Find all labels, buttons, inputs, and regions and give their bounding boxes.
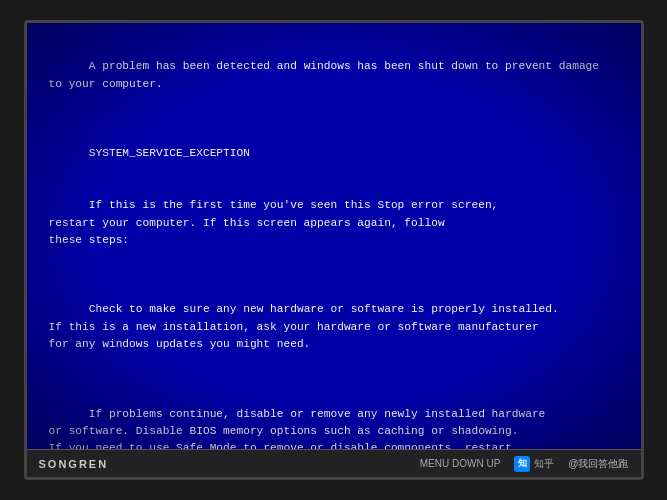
menu-label: MENU DOWN UP xyxy=(420,458,501,469)
monitor-frame: A problem has been detected and windows … xyxy=(24,20,644,480)
brand-label: SONGREN xyxy=(39,458,109,470)
bsod-line1: A problem has been detected and windows … xyxy=(49,60,600,89)
bsod-line5: If problems continue, disable or remove … xyxy=(49,408,546,449)
bsod-line3: If this is the first time you've seen th… xyxy=(49,199,499,246)
bsod-content: A problem has been detected and windows … xyxy=(49,41,619,449)
zhihu-icon: 知 xyxy=(514,456,530,472)
platform-label: 知乎 xyxy=(534,457,554,471)
bottom-right-info: MENU DOWN UP 知 知乎 @我回答他跑 xyxy=(420,456,629,472)
zhihu-badge: 知 知乎 xyxy=(514,456,554,472)
bsod-screen: A problem has been detected and windows … xyxy=(27,23,641,449)
monitor-bottom-bar: SONGREN MENU DOWN UP 知 知乎 @我回答他跑 xyxy=(27,449,641,477)
user-tag: @我回答他跑 xyxy=(568,457,628,471)
bsod-line4: Check to make sure any new hardware or s… xyxy=(49,303,559,350)
bsod-line2: SYSTEM_SERVICE_EXCEPTION xyxy=(89,147,250,159)
